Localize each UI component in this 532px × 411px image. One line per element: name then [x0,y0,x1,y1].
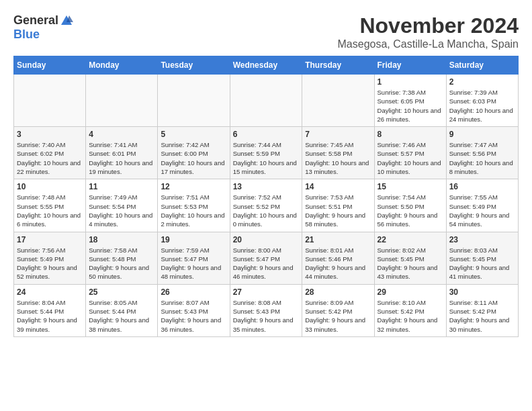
day-info: Sunrise: 8:04 AM Sunset: 5:44 PM Dayligh… [17,298,83,334]
day-number: 6 [233,130,300,139]
calendar-header-saturday: Saturday [446,56,518,75]
day-info: Sunrise: 7:45 AM Sunset: 5:58 PM Dayligh… [305,140,371,176]
day-number: 5 [161,130,226,139]
calendar-cell: 9Sunrise: 7:47 AM Sunset: 5:56 PM Daylig… [446,127,518,179]
logo: General Blue [13,13,73,42]
day-number: 3 [17,130,83,139]
day-number: 10 [17,182,83,191]
day-number: 12 [161,182,226,191]
calendar-cell: 16Sunrise: 7:55 AM Sunset: 5:49 PM Dayli… [446,179,518,232]
day-number: 17 [17,235,83,244]
day-number: 20 [233,235,300,244]
day-number: 4 [89,130,154,139]
calendar-cell: 12Sunrise: 7:51 AM Sunset: 5:53 PM Dayli… [158,179,230,232]
calendar-cell: 17Sunrise: 7:56 AM Sunset: 5:49 PM Dayli… [14,232,86,284]
day-number: 13 [233,182,300,191]
calendar-cell [302,75,374,127]
calendar-header-thursday: Thursday [302,56,374,75]
day-info: Sunrise: 7:49 AM Sunset: 5:54 PM Dayligh… [89,193,154,228]
day-number: 1 [378,77,443,87]
day-info: Sunrise: 8:07 AM Sunset: 5:43 PM Dayligh… [161,298,226,334]
day-number: 26 [161,287,226,297]
day-number: 23 [449,235,515,244]
day-number: 16 [449,182,515,191]
day-number: 21 [305,235,371,244]
logo-blue-text: Blue [13,28,40,42]
calendar-cell: 21Sunrise: 8:01 AM Sunset: 5:46 PM Dayli… [302,232,374,284]
day-number: 24 [17,287,83,297]
calendar-cell: 25Sunrise: 8:05 AM Sunset: 5:44 PM Dayli… [86,284,158,336]
calendar-week-3: 10Sunrise: 7:48 AM Sunset: 5:55 PM Dayli… [14,179,519,232]
day-info: Sunrise: 7:51 AM Sunset: 5:53 PM Dayligh… [161,193,226,228]
calendar-cell: 26Sunrise: 8:07 AM Sunset: 5:43 PM Dayli… [158,284,230,336]
day-number: 2 [449,77,515,87]
title-area: November 2024 Masegosa, Castille-La Manc… [338,13,519,50]
day-number: 27 [233,287,300,297]
calendar-cell: 13Sunrise: 7:52 AM Sunset: 5:52 PM Dayli… [230,179,302,232]
calendar-cell: 15Sunrise: 7:54 AM Sunset: 5:50 PM Dayli… [374,179,446,232]
day-info: Sunrise: 8:00 AM Sunset: 5:47 PM Dayligh… [233,246,300,281]
calendar-week-2: 3Sunrise: 7:40 AM Sunset: 6:02 PM Daylig… [14,127,519,179]
calendar-week-5: 24Sunrise: 8:04 AM Sunset: 5:44 PM Dayli… [14,284,519,336]
day-number: 14 [305,182,371,191]
calendar-cell: 29Sunrise: 8:10 AM Sunset: 5:42 PM Dayli… [374,284,446,336]
day-info: Sunrise: 8:11 AM Sunset: 5:42 PM Dayligh… [449,298,515,334]
calendar-header-monday: Monday [86,56,158,75]
day-info: Sunrise: 7:52 AM Sunset: 5:52 PM Dayligh… [233,193,300,228]
calendar-table: SundayMondayTuesdayWednesdayThursdayFrid… [13,56,519,337]
day-info: Sunrise: 7:58 AM Sunset: 5:48 PM Dayligh… [89,246,154,281]
day-info: Sunrise: 8:09 AM Sunset: 5:42 PM Dayligh… [305,298,371,334]
location-title: Masegosa, Castille-La Mancha, Spain [338,38,519,50]
header: General Blue November 2024 Masegosa, Cas… [13,13,519,50]
month-title: November 2024 [338,13,519,38]
day-info: Sunrise: 7:54 AM Sunset: 5:50 PM Dayligh… [378,193,443,228]
day-number: 7 [305,130,371,139]
calendar-cell: 7Sunrise: 7:45 AM Sunset: 5:58 PM Daylig… [302,127,374,179]
day-number: 18 [89,235,154,244]
day-info: Sunrise: 7:55 AM Sunset: 5:49 PM Dayligh… [449,193,515,228]
calendar-week-1: 1Sunrise: 7:38 AM Sunset: 6:05 PM Daylig… [14,75,519,127]
calendar-cell: 1Sunrise: 7:38 AM Sunset: 6:05 PM Daylig… [374,75,446,127]
calendar-cell: 8Sunrise: 7:46 AM Sunset: 5:57 PM Daylig… [374,127,446,179]
day-info: Sunrise: 7:47 AM Sunset: 5:56 PM Dayligh… [449,140,515,176]
calendar-cell: 4Sunrise: 7:41 AM Sunset: 6:01 PM Daylig… [86,127,158,179]
day-number: 15 [378,182,443,191]
calendar-cell: 20Sunrise: 8:00 AM Sunset: 5:47 PM Dayli… [230,232,302,284]
calendar-cell [230,75,302,127]
day-info: Sunrise: 7:46 AM Sunset: 5:57 PM Dayligh… [378,140,443,176]
calendar-cell: 2Sunrise: 7:39 AM Sunset: 6:03 PM Daylig… [446,75,518,127]
day-number: 11 [89,182,154,191]
day-number: 22 [378,235,443,244]
day-info: Sunrise: 7:40 AM Sunset: 6:02 PM Dayligh… [17,140,83,176]
day-number: 8 [378,130,443,139]
day-info: Sunrise: 8:02 AM Sunset: 5:45 PM Dayligh… [378,246,443,281]
calendar-cell: 27Sunrise: 8:08 AM Sunset: 5:43 PM Dayli… [230,284,302,336]
day-number: 25 [89,287,154,297]
day-info: Sunrise: 7:48 AM Sunset: 5:55 PM Dayligh… [17,193,83,228]
calendar-cell: 24Sunrise: 8:04 AM Sunset: 5:44 PM Dayli… [14,284,86,336]
day-number: 30 [449,287,515,297]
logo-general-text: General [13,13,58,28]
day-info: Sunrise: 7:44 AM Sunset: 5:59 PM Dayligh… [233,140,300,176]
day-info: Sunrise: 7:42 AM Sunset: 6:00 PM Dayligh… [161,140,226,176]
calendar-cell: 19Sunrise: 7:59 AM Sunset: 5:47 PM Dayli… [158,232,230,284]
calendar-cell: 18Sunrise: 7:58 AM Sunset: 5:48 PM Dayli… [86,232,158,284]
calendar-header-tuesday: Tuesday [158,56,230,75]
day-number: 19 [161,235,226,244]
calendar-cell [158,75,230,127]
calendar-week-4: 17Sunrise: 7:56 AM Sunset: 5:49 PM Dayli… [14,232,519,284]
day-number: 28 [305,287,371,297]
day-info: Sunrise: 7:59 AM Sunset: 5:47 PM Dayligh… [161,246,226,281]
calendar-header-wednesday: Wednesday [230,56,302,75]
calendar-header-row: SundayMondayTuesdayWednesdayThursdayFrid… [14,56,519,75]
calendar-cell [14,75,86,127]
calendar-cell: 28Sunrise: 8:09 AM Sunset: 5:42 PM Dayli… [302,284,374,336]
day-info: Sunrise: 7:41 AM Sunset: 6:01 PM Dayligh… [89,140,154,176]
day-info: Sunrise: 8:05 AM Sunset: 5:44 PM Dayligh… [89,298,154,334]
day-info: Sunrise: 8:03 AM Sunset: 5:45 PM Dayligh… [449,246,515,281]
calendar-cell [86,75,158,127]
day-number: 9 [449,130,515,139]
day-info: Sunrise: 8:08 AM Sunset: 5:43 PM Dayligh… [233,298,300,334]
calendar-cell: 14Sunrise: 7:53 AM Sunset: 5:51 PM Dayli… [302,179,374,232]
calendar-cell: 23Sunrise: 8:03 AM Sunset: 5:45 PM Dayli… [446,232,518,284]
